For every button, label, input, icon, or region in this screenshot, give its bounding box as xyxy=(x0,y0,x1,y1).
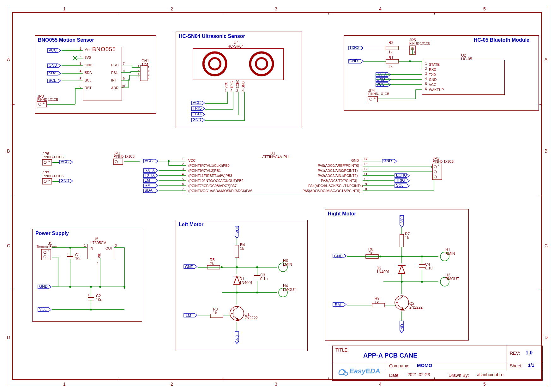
svg-point-52 xyxy=(44,161,46,164)
pwr-wires xyxy=(51,246,133,316)
svg-text:1: 1 xyxy=(438,164,439,167)
mcu-rpm6: PA4(ADC4/USCK/SCL/T1/PCINT4) xyxy=(308,184,363,188)
tick xyxy=(12,289,15,289)
w xyxy=(52,181,59,182)
grid-col-2-top: 2 xyxy=(171,6,173,11)
mcu-lw xyxy=(124,158,187,196)
grid-col-4-top: 4 xyxy=(379,6,382,11)
tick xyxy=(117,377,117,380)
tb-sheet: 1/1 xyxy=(528,363,534,368)
grid-row-d-l: D xyxy=(7,335,10,340)
grid-row-b-r: B xyxy=(545,148,547,154)
mcu-lpm2: (PCINT8/XTAL1/CLKI)PB0 xyxy=(188,164,230,167)
hc05-title: HC-05 Bluetoth Module xyxy=(474,37,529,43)
svg-point-23 xyxy=(250,52,273,75)
c3-val: 0.1u xyxy=(260,277,268,281)
grid-col-3-top: 3 xyxy=(275,6,277,11)
bno-net-vcc: VCC xyxy=(49,48,57,52)
w xyxy=(52,162,59,163)
svg-text:4: 4 xyxy=(138,76,139,79)
grid-col-1-bot: 1 xyxy=(63,382,66,387)
svg-point-171 xyxy=(401,256,403,257)
bno-lnm2: 3V0 xyxy=(85,56,91,59)
jp7-val: PINHD-1X1CB xyxy=(43,174,63,178)
bno-lnm3: GND xyxy=(85,63,92,67)
tb-comp: MOMO xyxy=(417,363,432,368)
mcu-rpm1: GND xyxy=(351,159,359,162)
easyeda-logo: EasyEDA xyxy=(349,367,380,375)
c2 xyxy=(87,294,97,305)
svg-point-65 xyxy=(168,160,170,162)
svg-text:GND: GND xyxy=(242,81,245,88)
u2-part: HC-05 xyxy=(461,57,472,61)
c4-val: 0.1u xyxy=(425,266,432,270)
svg-point-22 xyxy=(209,58,220,69)
svg-point-21 xyxy=(203,52,226,75)
mcu-lpn4: 4 xyxy=(182,172,184,176)
bno-ln1: 1 xyxy=(80,47,81,50)
svg-marker-129 xyxy=(234,276,240,284)
mcu-lpm5: (PCINT10/INT0/OC0A/CKOUT)PB2 xyxy=(188,179,244,183)
hc05-flags xyxy=(347,45,379,90)
jp6: 1 xyxy=(42,159,53,167)
hc05-net-gnd2: GND xyxy=(376,77,385,81)
r2-ref: R2 xyxy=(388,40,393,45)
svg-point-143 xyxy=(221,266,223,268)
tick xyxy=(117,12,117,15)
svg-point-81 xyxy=(44,251,46,254)
lm-vcc: VCC xyxy=(235,226,239,233)
bno-rnm4: ADR xyxy=(111,86,118,90)
hc04-net1: VCC xyxy=(193,100,201,105)
svg-rect-158 xyxy=(400,234,404,247)
bno-partname: BNO055 xyxy=(92,46,116,53)
pwr-gnd: GND xyxy=(39,284,48,289)
svg-rect-11 xyxy=(140,66,147,81)
bno-ln2: 2 xyxy=(80,54,81,58)
svg-rect-20 xyxy=(193,48,283,80)
tick xyxy=(539,104,542,105)
c1 xyxy=(66,253,76,263)
c1-val: 10u xyxy=(75,256,81,261)
rm-gnd: GND xyxy=(334,254,343,258)
w xyxy=(47,104,75,105)
svg-point-173 xyxy=(401,281,403,283)
grid-col-5-top: 5 xyxy=(483,6,486,11)
bno-ln6: 6 xyxy=(80,85,81,88)
svg-text:3: 3 xyxy=(138,72,139,75)
grid-row-d-r: D xyxy=(545,335,548,340)
jp6-val: PINHD-1X1CB xyxy=(43,155,63,159)
hc04-net3: ECHO xyxy=(193,112,204,116)
hc05-net-rxtx: RXTX xyxy=(376,72,387,76)
bno-ln3: 3 xyxy=(80,62,81,65)
grid-col-3-bot: 3 xyxy=(275,382,277,387)
mcu-lpn5: 5 xyxy=(182,178,184,181)
tick xyxy=(223,377,223,380)
tb-date-label: Date: xyxy=(389,373,400,378)
rm-net: RM xyxy=(335,303,341,307)
tick xyxy=(539,196,542,196)
r6-val: 2k xyxy=(368,251,372,255)
pwr-vcc: VCC xyxy=(39,307,47,311)
hc05-p6n: WAKEUP xyxy=(429,88,444,92)
lm-net: LM xyxy=(186,313,191,318)
r8-val: 1k xyxy=(375,300,379,305)
u1-part: ATTINY84A-PU xyxy=(262,155,289,159)
tb-drawn-label: Drawn By: xyxy=(449,373,469,378)
bno-ln5: 5 xyxy=(80,77,81,81)
grid-row-a-r: A xyxy=(545,57,547,62)
svg-point-78 xyxy=(434,176,437,178)
mcu-rpm4: PA2(ADC2/AIN1/PCINT2) xyxy=(318,174,358,178)
svg-point-141 xyxy=(236,292,238,293)
svg-text:2: 2 xyxy=(148,69,149,73)
svg-point-50 xyxy=(409,60,411,62)
mcu-lpn6: 6 xyxy=(182,183,184,186)
r7-val: 1k xyxy=(405,236,409,240)
r4-val: 1k xyxy=(240,246,244,251)
svg-point-58 xyxy=(115,160,117,163)
mcu-rpm5: PA3(ADC3/T0/PCINT3) xyxy=(321,179,357,183)
bno-ln4: 4 xyxy=(80,69,81,73)
tick xyxy=(12,196,15,196)
bno-net-sda: SDA xyxy=(49,71,57,75)
svg-marker-161 xyxy=(399,265,405,274)
grid-row-c-l: C xyxy=(7,243,10,248)
